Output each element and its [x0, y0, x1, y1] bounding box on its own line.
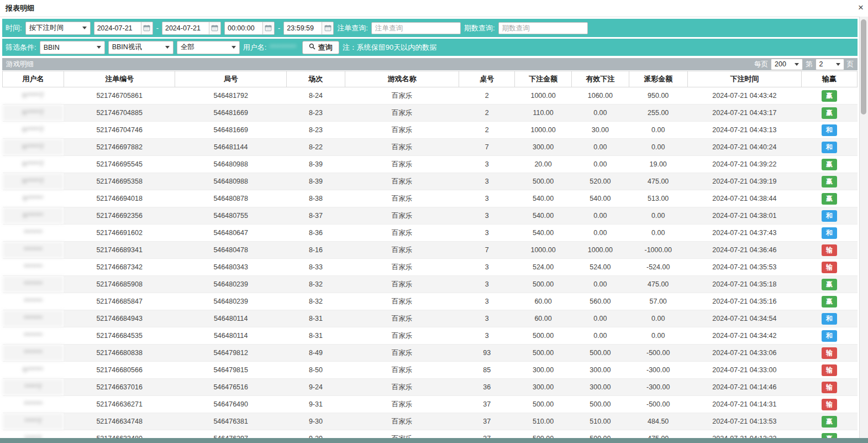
cell-game: 百家乐 [345, 173, 459, 190]
cell-round_no: 546481144 [175, 139, 287, 156]
date-to-input[interactable] [162, 22, 209, 34]
filter-bar-condition: 筛选条件: BBIN BBIN视讯 全部 用户名: ******** 查询 [2, 39, 858, 56]
result-badge[interactable]: 输 [822, 364, 837, 376]
result-badge[interactable]: 赢 [822, 90, 837, 102]
cell-session: 8-23 [286, 122, 345, 139]
result-badge[interactable]: 和 [822, 124, 837, 136]
time-to-input[interactable] [284, 22, 322, 34]
time-from-input[interactable] [225, 22, 262, 34]
cell-session: 8-31 [286, 327, 345, 345]
cell-result: 输 [802, 242, 858, 259]
cell-game: 百家乐 [345, 396, 459, 413]
cell-payout: 0.00 [629, 139, 687, 156]
period-query-label: 期数查询: [464, 23, 495, 33]
cell-bet_time: 2024-07-21 04:43:13 [687, 122, 802, 139]
table-row: *******5217466858475464802398-32百家乐360.0… [3, 293, 858, 310]
vertical-scrollbar[interactable] [859, 17, 868, 438]
cell-valid_bet: 0.00 [571, 225, 629, 242]
col-header-bet-no: 注单编号 [64, 71, 175, 87]
table-row: h*****75217466953585464809888-39百家乐3500.… [3, 173, 858, 190]
cell-bet_time: 2024-07-21 04:35:16 [687, 293, 802, 310]
cell-bet_amount: 300.00 [515, 362, 572, 379]
result-badge[interactable]: 和 [822, 313, 837, 325]
cell-bet_amount: 510.00 [515, 413, 572, 430]
platform-select[interactable]: BBIN [40, 41, 105, 54]
game-selected: 全部 [181, 43, 194, 52]
result-badge[interactable]: 赢 [822, 279, 837, 290]
cell-result: 赢 [802, 293, 858, 310]
result-badge[interactable]: 和 [822, 210, 837, 222]
category-select[interactable]: BBIN视讯 [108, 41, 173, 54]
cell-bet_no: 521746694018 [64, 190, 175, 207]
calendar-icon[interactable] [141, 22, 152, 34]
cell-bet_no: 521746684535 [64, 327, 175, 345]
cell-session: 8-23 [286, 105, 345, 122]
game-detail-table-wrap: 用户名 注单编号 局号 场次 游戏名称 桌号 下注金额 有效下注 派彩金额 下注… [2, 71, 858, 443]
cell-round_no: 546480988 [175, 156, 287, 173]
cell-valid_bet: 510.00 [571, 413, 629, 430]
result-badge[interactable]: 输 [822, 382, 837, 393]
result-badge[interactable]: 赢 [822, 416, 837, 428]
col-header-payout: 派彩金额 [629, 71, 687, 87]
date-from-input[interactable] [94, 22, 141, 34]
cell-bet_time: 2024-07-21 04:43:17 [687, 105, 802, 122]
cell-payout: -500.00 [629, 396, 687, 413]
bet-query-input[interactable] [371, 22, 461, 34]
result-badge[interactable]: 输 [822, 347, 837, 359]
result-badge[interactable]: 输 [822, 262, 837, 273]
result-badge[interactable]: 赢 [822, 193, 837, 205]
query-button[interactable]: 查询 [302, 41, 339, 54]
cell-bet_amount: 300.00 [515, 379, 572, 396]
cell-user: ******* [3, 293, 64, 310]
cell-result: 和 [802, 207, 858, 225]
page-value: 2 [819, 60, 823, 68]
cell-round_no: 546480478 [175, 242, 287, 259]
cell-bet_time: 2024-07-21 04:13:53 [687, 413, 802, 430]
username-value: ******** [270, 43, 296, 51]
cell-bet_time: 2024-07-21 04:33:06 [687, 345, 802, 362]
scrollbar-thumb[interactable] [861, 19, 866, 114]
cell-table_no: 3 [459, 190, 515, 207]
cell-bet_no: 521746704746 [64, 122, 175, 139]
result-badge[interactable]: 赢 [822, 296, 837, 308]
cell-valid_bet: 0.00 [571, 139, 629, 156]
cell-round_no: 546480647 [175, 225, 287, 242]
cell-bet_amount: 500.00 [515, 276, 572, 293]
table-row: *******5217466845355464801148-31百家乐3500.… [3, 327, 858, 345]
result-badge[interactable]: 输 [822, 399, 837, 410]
result-badge[interactable]: 输 [822, 244, 837, 256]
cell-round_no: 546479812 [175, 345, 287, 362]
cell-payout: 0.00 [629, 310, 687, 327]
table-row: *******5217466808385464798128-49百家乐93500… [3, 345, 858, 362]
cell-session: 9-30 [286, 413, 345, 430]
cell-bet_time: 2024-07-21 04:14:31 [687, 396, 802, 413]
cell-bet_no: 521746685908 [64, 276, 175, 293]
period-query-input[interactable] [498, 22, 588, 34]
time-type-select[interactable]: 按下注时间 [25, 22, 91, 35]
per-page-select[interactable]: 200 [771, 59, 803, 70]
table-row: *******5217466859085464802398-32百家乐3500.… [3, 276, 858, 293]
result-badge[interactable]: 赢 [822, 176, 837, 187]
game-select[interactable]: 全部 [177, 41, 240, 54]
result-badge[interactable]: 赢 [822, 107, 837, 119]
filter-bar-time: 时间: 按下注时间 - [2, 19, 858, 37]
time-type-selected: 按下注时间 [29, 23, 64, 33]
calendar-icon[interactable] [209, 22, 220, 34]
cell-bet_amount: 500.00 [515, 396, 572, 413]
title-bar: 报表明细 [0, 0, 868, 17]
bottom-strip [0, 438, 868, 443]
cell-bet_no: 521746687342 [64, 259, 175, 276]
result-badge[interactable]: 和 [822, 330, 837, 342]
result-badge[interactable]: 和 [822, 142, 837, 153]
cell-table_no: 37 [459, 413, 515, 430]
chevron-down-icon [795, 63, 799, 66]
cell-bet_amount: 1000.00 [515, 122, 572, 139]
cell-game: 百家乐 [345, 276, 459, 293]
result-badge[interactable]: 赢 [822, 159, 837, 170]
clock-icon[interactable] [262, 22, 274, 34]
result-badge[interactable]: 和 [822, 227, 837, 239]
close-icon[interactable]: × [858, 3, 864, 12]
page-select[interactable]: 2 [816, 59, 844, 70]
cell-session: 8-38 [286, 190, 345, 207]
clock-icon[interactable] [322, 22, 333, 34]
